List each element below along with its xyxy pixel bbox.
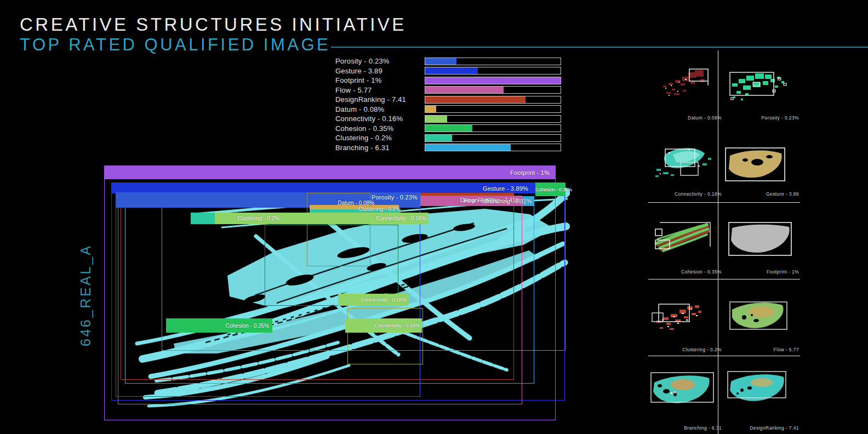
legend-label: Datum - 0.08%	[335, 105, 419, 113]
thumbnail-label-gesture: Gesture - 3.89	[711, 191, 799, 197]
thumbnail-label-porosity: Porosity - 0.23%	[711, 115, 799, 121]
overlay-label-branching: Branching - 6.31%	[484, 198, 532, 204]
legend-bar-track	[425, 115, 561, 123]
subtitle-rule	[331, 47, 868, 48]
legend-row: Clustering - 0.2%	[335, 133, 561, 143]
overlay-bar-connectivity-low: Connectivity - 0.16%	[345, 318, 422, 333]
dashboard: CREATIVE STRUCTURES INITIATIVE TOP RATED…	[0, 0, 868, 434]
thumbnail-image-clustering	[648, 299, 717, 338]
overlay-label-connectivity-low: Connectivity - 0.16%	[374, 323, 420, 328]
legend-row: Connectivity - 0.16%	[335, 114, 561, 124]
legend-bar-track	[425, 134, 561, 142]
overlay-label-cohesion: Cohesion - 0.35%	[535, 187, 572, 192]
legend-row: Porosity - 0.23%	[335, 56, 561, 66]
overlay-bar-connectivity-mid: Connectivity - 0.16%	[338, 294, 408, 306]
overlay-label-datum: Datum - 0.08%	[338, 200, 374, 206]
legend-label: DesignRanking - 7.41	[335, 95, 419, 104]
legend-row: Cohesion - 0.35%	[335, 124, 561, 134]
panel-divider-vertical	[718, 50, 718, 434]
panel-separator	[648, 356, 800, 356]
thumbnail-label-flow: Flow - 5.77	[711, 347, 799, 352]
legend-label: Flow - 5.77	[335, 86, 419, 94]
legend-label: Connectivity - 0.16%	[335, 115, 419, 123]
overlay-label-gesture: Gesture - 3.89%	[483, 185, 528, 192]
thumbnail-image-branching	[649, 370, 718, 412]
thumbnail-image-designranking	[727, 370, 791, 410]
overlay-label-clustering: Clustering - 0.2%	[358, 206, 401, 212]
legend-label: Porosity - 0.23%	[335, 57, 419, 65]
legend-bar-track	[425, 67, 561, 75]
thumbnail-image-footprint	[727, 221, 795, 261]
panel-separator	[648, 279, 800, 279]
thumbnail-label-connectivity: Connectivity - 0.16%	[634, 191, 722, 197]
legend-bar-fill	[425, 125, 472, 132]
legend-row: Branching - 6.31	[335, 143, 561, 153]
panel-separator	[648, 202, 800, 203]
legend-row: Datum - 0.08%	[335, 105, 561, 115]
legend-bar-track	[425, 96, 561, 104]
legend-bar-fill	[425, 106, 436, 112]
legend-bar-track	[425, 58, 561, 65]
overlay-band-clustering-teal	[191, 213, 215, 224]
thumbnail-image-gesture	[723, 146, 790, 186]
overlay-header-footprint: Footprint - 1%	[105, 166, 555, 179]
overlay-bar-cohesion-low: Cohesion - 0.35%	[166, 318, 272, 333]
thumbnail-image-datum	[652, 65, 723, 105]
overlay-label-porosity: Porosity - 0.23%	[372, 194, 418, 201]
page-title: CREATIVE STRUCTURES INITIATIVE	[20, 14, 407, 35]
outline-box-olive2	[347, 308, 423, 364]
legend-bar-fill	[425, 135, 452, 141]
overlay-band-connectivity: Connectivity - 0.16%	[341, 213, 429, 224]
legend-bar-track	[425, 77, 561, 84]
legend-bar-track	[425, 144, 561, 151]
thumbnail-label-designranking: DesignRanking - 7.41	[711, 425, 799, 431]
page-subtitle: TOP RATED QUALIFIED IMAGE	[20, 35, 330, 55]
overlay-header-cohesion: Cohesion - 0.35%	[535, 182, 566, 196]
thumbnail-label-clustering: Clustering - 0.2%	[634, 347, 722, 352]
thumbnail-label-cohesion: Cohesion - 0.35%	[634, 269, 722, 275]
metrics-legend: Porosity - 0.23% Gesture - 3.89 Footprin…	[335, 56, 561, 152]
legend-label: Gesture - 3.89	[335, 67, 419, 75]
overlay-label-connectivity-mid: Connectivity - 0.16%	[361, 297, 406, 302]
legend-bar-track	[425, 86, 561, 94]
legend-bar-track	[425, 124, 561, 132]
thumbnail-image-flow	[728, 299, 793, 336]
thumbnail-image-cohesion	[650, 218, 717, 259]
legend-bar-track	[425, 105, 561, 113]
legend-bar-fill	[425, 58, 456, 65]
legend-bar-fill	[425, 77, 561, 84]
legend-label: Cohesion - 0.35%	[335, 124, 419, 133]
legend-bar-fill	[425, 67, 478, 74]
legend-label: Clustering - 0.2%	[335, 134, 419, 142]
thumbnail-image-porosity	[724, 68, 796, 108]
legend-bar-fill	[425, 116, 447, 122]
legend-label: Footprint - 1%	[335, 76, 419, 84]
legend-row: DesignRanking - 7.41	[335, 95, 561, 105]
legend-bar-fill	[425, 96, 526, 103]
thumbnail-label-footprint: Footprint - 1%	[711, 269, 799, 275]
legend-row: Gesture - 3.89	[335, 66, 561, 76]
overlay-label-footprint: Footprint - 1%	[510, 169, 550, 176]
overlay-band-clustering: Clustering - 0.2%	[215, 213, 341, 224]
legend-bar-fill	[425, 144, 511, 151]
thumbnail-image-connectivity	[650, 141, 721, 187]
legend-bar-fill	[425, 87, 504, 93]
thumbnail-label-datum: Datum - 0.08%	[634, 115, 722, 121]
legend-label: Branching - 6.31	[335, 144, 419, 152]
overlay-label-cohesion-low: Cohesion - 0.35%	[226, 323, 270, 329]
thumbnail-label-branching: Branching - 6.31	[634, 425, 722, 431]
legend-row: Flow - 5.77	[335, 85, 561, 95]
overlay-label-connectivity-band: Connectivity - 0.16%	[376, 215, 426, 221]
legend-row: Footprint - 1%	[335, 76, 561, 85]
overlay-label-clustering-band: Clustering - 0.2%	[237, 215, 279, 221]
